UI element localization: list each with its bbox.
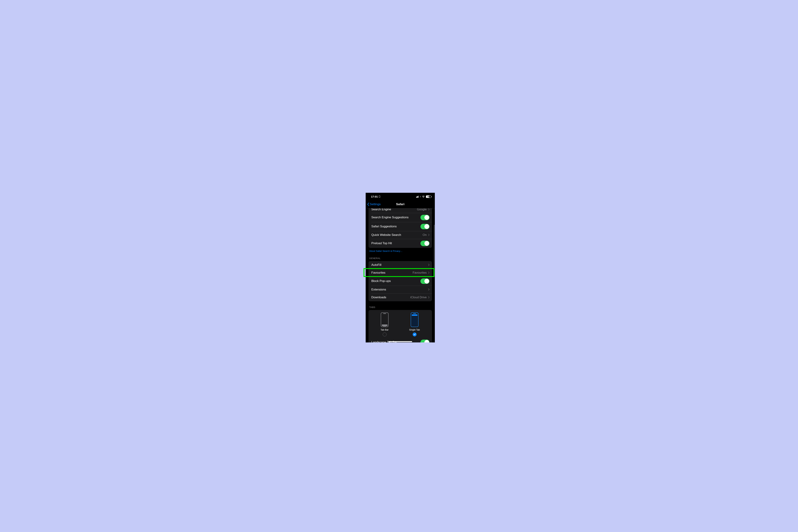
- row-detail: Favourites: [413, 271, 427, 274]
- chevron-right-icon: [428, 271, 430, 274]
- toggle-landscape-tab-bar[interactable]: [420, 340, 430, 342]
- row-label: Block Pop-ups: [371, 279, 391, 283]
- toggle-block-popups[interactable]: [420, 279, 430, 284]
- back-label: Settings: [370, 203, 381, 206]
- row-block-popups[interactable]: Block Pop-ups: [368, 277, 432, 286]
- toggle-preload-top-hit[interactable]: [420, 241, 430, 246]
- radio-unchecked-icon[interactable]: [383, 332, 386, 336]
- card-icon: [379, 196, 380, 197]
- row-label: AutoFill: [371, 263, 381, 267]
- battery-icon: 66: [426, 195, 431, 198]
- cellular-signal-icon: [416, 196, 419, 198]
- tab-layout-option-single-tab[interactable]: Single Tab: [409, 312, 420, 336]
- row-detail: iCloud Drive: [410, 296, 427, 299]
- row-detail: Google: [417, 208, 427, 211]
- nav-bar: Settings Safari: [366, 201, 435, 208]
- status-time: 17:01: [371, 195, 378, 198]
- row-quick-website-search[interactable]: Quick Website Search On: [368, 231, 432, 239]
- tab-option-label: Single Tab: [409, 328, 420, 331]
- section-header-general: General: [368, 252, 432, 261]
- row-label: Search Engine: [371, 208, 391, 211]
- chevron-right-icon: [428, 208, 430, 211]
- row-search-engine-suggestions[interactable]: Search Engine Suggestions: [368, 213, 432, 222]
- phone-screen: 17:01 ! 66 Setti: [366, 193, 435, 342]
- row-favourites[interactable]: Favourites Favourites: [368, 269, 432, 277]
- chevron-right-icon: [428, 288, 430, 291]
- back-button[interactable]: Settings: [366, 203, 381, 206]
- row-label: Search Engine Suggestions: [371, 216, 408, 219]
- about-safari-search-privacy-link[interactable]: About Safari Search & Privacy…: [368, 248, 432, 252]
- chevron-right-icon: [428, 296, 430, 299]
- chevron-right-icon: [428, 234, 430, 236]
- single-tab-preview-icon: [411, 312, 418, 327]
- battery-percent: 66: [428, 196, 430, 198]
- signal-alert-icon: !: [420, 196, 421, 198]
- tabs-settings-group: Tab Bar Single Tab Landscape Tab: [368, 310, 432, 342]
- chevron-left-icon: [367, 203, 369, 206]
- chevron-right-icon: [428, 264, 430, 266]
- tab-option-label: Tab Bar: [381, 328, 388, 331]
- search-settings-group: Search Engine Google Search Engine Sugge…: [368, 208, 432, 248]
- row-label: Extensions: [371, 288, 386, 291]
- row-label: Safari Suggestions: [371, 225, 397, 228]
- tab-bar-preview-icon: [381, 312, 388, 327]
- row-detail: On: [423, 233, 427, 237]
- row-preload-top-hit[interactable]: Preload Top Hit: [368, 239, 432, 248]
- scroll-indicator[interactable]: [434, 225, 435, 272]
- toggle-search-engine-suggestions[interactable]: [420, 215, 430, 220]
- row-label: Quick Website Search: [371, 233, 401, 237]
- row-downloads[interactable]: Downloads iCloud Drive: [368, 293, 432, 301]
- row-extensions[interactable]: Extensions: [368, 286, 432, 293]
- home-indicator[interactable]: [388, 341, 412, 342]
- general-settings-group: AutoFill Favourites Favourites Block Pop…: [368, 261, 432, 301]
- status-bar: 17:01 ! 66: [366, 193, 435, 201]
- toggle-safari-suggestions[interactable]: [420, 224, 430, 229]
- row-label: Favourites: [371, 271, 385, 274]
- row-search-engine[interactable]: Search Engine Google: [368, 208, 432, 213]
- scroll-area[interactable]: Search Engine Google Search Engine Sugge…: [366, 208, 435, 342]
- row-label: Downloads: [371, 296, 386, 299]
- row-safari-suggestions[interactable]: Safari Suggestions: [368, 222, 432, 231]
- section-header-tabs: Tabs: [368, 301, 432, 310]
- radio-checked-icon[interactable]: [413, 332, 417, 336]
- row-label: Preload Top Hit: [371, 242, 392, 245]
- row-autofill[interactable]: AutoFill: [368, 261, 432, 269]
- tab-layout-option-tab-bar[interactable]: Tab Bar: [381, 312, 388, 336]
- wifi-icon: [422, 196, 425, 198]
